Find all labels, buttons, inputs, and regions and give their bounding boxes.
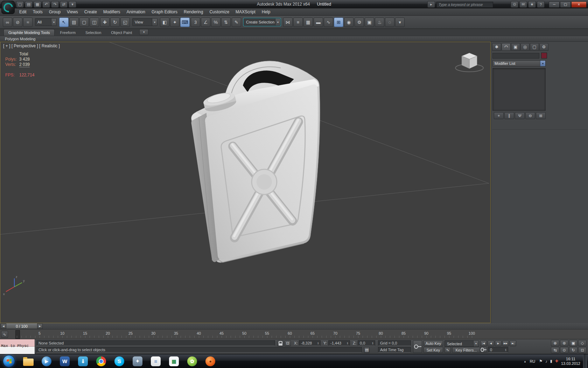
go-to-start-button[interactable]: |◀ (480, 340, 487, 346)
language-indicator[interactable]: RU (528, 359, 536, 364)
pan-button[interactable]: ⇆ (551, 347, 559, 353)
select-and-move-button[interactable]: ✚ (100, 18, 110, 27)
previous-frame-button[interactable]: ◀ (488, 340, 494, 346)
volume-icon[interactable]: ♪ (545, 359, 547, 363)
chevron-down-icon[interactable]: ▾ (473, 341, 478, 347)
3dsmax-logo[interactable] (1, 1, 15, 14)
antivirus-icon[interactable]: ✚ (555, 359, 558, 363)
chevron-down-icon[interactable]: ▾ (152, 19, 157, 26)
help-icon[interactable]: ? (537, 1, 545, 8)
select-object-button[interactable]: ↖ (59, 18, 69, 27)
x-coordinate-field[interactable]: -8,328 ▴▾ (299, 340, 321, 346)
viewcube[interactable] (455, 53, 483, 72)
angle-snap-button[interactable]: ∠ (201, 18, 210, 27)
render-iterative-button[interactable]: ◌ (385, 18, 394, 27)
tab-freeform[interactable]: Freeform (55, 29, 80, 36)
remove-modifier-button[interactable]: ⊖ (525, 112, 535, 119)
modifier-list-dropdown[interactable]: Modifier List ▾ (492, 60, 546, 67)
spinner-icon[interactable]: ▴▾ (505, 348, 506, 351)
spinner-icon[interactable]: ▴▾ (317, 342, 318, 345)
percent-snap-button[interactable]: % (211, 18, 220, 27)
y-coordinate-field[interactable]: -1,443 ▴▾ (328, 340, 350, 346)
absolute-mode-button[interactable]: ⊡ (285, 340, 291, 346)
select-and-manipulate-button[interactable]: ✦ (170, 18, 180, 27)
zoom-all-button[interactable]: ⊛ (560, 340, 568, 346)
tab-object-paint[interactable]: Object Paint (106, 29, 136, 36)
show-end-result-button[interactable]: ∥ (504, 112, 514, 119)
window-crossing-button[interactable]: ◫ (90, 18, 99, 27)
auto-key-button[interactable]: Auto Key (424, 340, 443, 346)
modifier-stack-list[interactable] (492, 68, 546, 111)
messenger-icon[interactable]: ✦ (128, 354, 147, 368)
notes-app-icon[interactable]: ≡ (147, 354, 165, 368)
jerrycan-model[interactable] (191, 61, 320, 263)
panel-polygon-modeling[interactable]: Polygon Modeling (5, 37, 35, 41)
chevron-down-icon[interactable]: ▾ (275, 19, 280, 26)
object-name-field[interactable] (492, 53, 539, 59)
media-player-icon[interactable]: ▶ (37, 354, 56, 368)
open-file-icon[interactable]: ▤ (25, 1, 33, 8)
rendered-frame-button[interactable]: ▣ (365, 18, 374, 27)
menu-customize[interactable]: Customize (206, 8, 232, 15)
open-listener-icon[interactable]: ▤ (364, 347, 370, 353)
pin-stack-button[interactable]: ⌖ (494, 112, 504, 119)
menu-graph-editors[interactable]: Graph Editors (148, 8, 181, 15)
network-icon[interactable]: ▮ (550, 359, 552, 363)
curve-editor-button[interactable]: ∿ (324, 18, 333, 27)
create-tab[interactable]: ✱ (492, 43, 501, 51)
skype-icon[interactable]: S (110, 354, 128, 368)
go-to-end-button[interactable]: ▶| (510, 340, 516, 346)
current-frame-marker[interactable] (15, 330, 20, 339)
key-mode-dropdown[interactable]: Selected ▾ (444, 340, 479, 347)
infocenter-expand-icon[interactable]: ▸ (427, 1, 435, 8)
z-coordinate-field[interactable]: 0,0 ▴▾ (358, 340, 375, 346)
motion-tab[interactable]: ◎ (520, 43, 530, 51)
set-key-button[interactable]: Set Key (424, 347, 443, 353)
material-editor-button[interactable]: ◉ (344, 18, 354, 27)
select-and-link-button[interactable]: ∞ (3, 18, 12, 27)
fov-button[interactable]: ◇ (578, 340, 587, 346)
spinner-icon[interactable]: ▴▾ (372, 342, 373, 345)
menu-maxscript[interactable]: MAXScript (232, 8, 259, 15)
undo-icon[interactable]: ↶ (42, 1, 50, 8)
reference-coordinate-dropdown[interactable]: View ▾ (132, 18, 158, 26)
next-frame-button[interactable]: ▶▶ (502, 340, 509, 346)
qat-options-icon[interactable]: ▾ (69, 1, 76, 8)
chrome-icon[interactable] (92, 354, 110, 368)
next-frame-arrow-icon[interactable]: ▶ (37, 323, 43, 329)
selection-filter-dropdown[interactable]: All ▾ (35, 18, 57, 26)
fetch-icon[interactable]: ⇄ (60, 1, 68, 8)
menu-tools[interactable]: Tools (30, 8, 46, 15)
snaps-toggle-button[interactable]: 3 (191, 18, 200, 27)
favorites-icon[interactable]: ★ (528, 1, 536, 8)
layer-manager-button[interactable]: ▦ (303, 18, 313, 27)
key-mode-toggle-button[interactable] (480, 347, 487, 353)
explorer-icon[interactable] (19, 354, 37, 368)
object-color-swatch[interactable] (541, 53, 547, 59)
search-input[interactable] (436, 2, 493, 8)
close-button[interactable]: × (571, 1, 587, 8)
ribbon-toggle-button[interactable]: ▬ (314, 18, 323, 27)
taskbar-clock[interactable]: 16:11 13.03.2012 (561, 357, 580, 366)
play-button[interactable]: ▶ (495, 340, 502, 346)
time-slider-handle[interactable]: ◀ 0 / 100 ▶ (1, 323, 43, 329)
webmoney-icon[interactable]: W (56, 354, 74, 368)
display-tab[interactable]: ▢ (530, 43, 539, 51)
orbit-button[interactable]: ↻ (569, 347, 578, 353)
bind-to-space-warp-button[interactable]: ≈ (23, 18, 33, 27)
menu-group[interactable]: Group (46, 8, 64, 15)
named-selection-sets-dropdown[interactable]: Create Selection Se ▾ (244, 18, 281, 26)
select-by-name-button[interactable]: ▤ (69, 18, 79, 27)
spinner-snap-button[interactable]: ⇅ (221, 18, 231, 27)
spreadsheet-app-icon[interactable]: ▦ (165, 354, 183, 368)
mirror-button[interactable]: ⋈ (283, 18, 293, 27)
redo-icon[interactable]: ↷ (51, 1, 59, 8)
current-frame-field[interactable]: 0 ▴▾ (488, 347, 508, 353)
render-setup-button[interactable]: ⚙ (355, 18, 364, 27)
key-filters-button[interactable]: Key Filters... (452, 347, 480, 353)
hierarchy-tab[interactable]: ▣ (511, 43, 520, 51)
perspective-viewport[interactable]: x y z [ + ] [ Perspective ] [ Realistic … (0, 42, 491, 323)
menu-edit[interactable]: Edit (16, 8, 30, 15)
select-and-rotate-button[interactable]: ↻ (110, 18, 120, 27)
menu-views[interactable]: Views (64, 8, 81, 15)
